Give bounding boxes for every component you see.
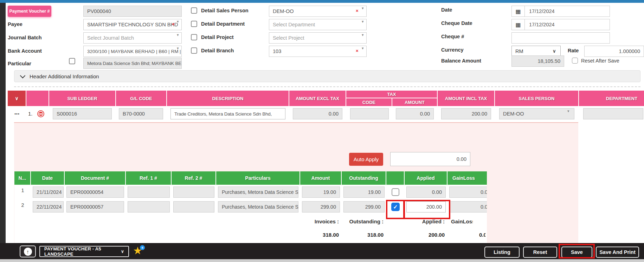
gainloss-cell: 0.00 [449, 186, 487, 198]
gainloss-header: GainLoss [447, 171, 487, 185]
upload-button[interactable]: ↑ [20, 245, 36, 257]
cheque-date-input-group[interactable]: ▦ 17/12/2024 [511, 19, 610, 30]
detail-sales-person-checkbox[interactable] [191, 7, 197, 14]
outstanding-header: Outstanding [342, 171, 386, 185]
document-cell: EPR00000054 [66, 186, 124, 198]
rate-input[interactable]: 1.000000 [584, 46, 644, 57]
reset-after-save-checkbox[interactable] [572, 58, 578, 64]
auto-apply-button[interactable]: Auto Apply [349, 153, 383, 166]
bank-account-label: Bank Account [8, 48, 42, 54]
gl-code-input[interactable]: B70-0000 [119, 108, 163, 119]
collapse-all-header-cell[interactable]: ∨ [8, 91, 26, 106]
calendar-icon[interactable]: ▦ [512, 19, 525, 30]
footer-bar: ↑ PAYMENT VOUCHER - A5 LANDSCAPE ∨ ★ + L… [0, 243, 644, 259]
currency-chevron-icon[interactable]: ∨ [553, 48, 556, 54]
reset-button[interactable]: Reset [523, 247, 557, 258]
balance-amount-label: Balance Amount [441, 58, 481, 64]
detail-branch-caret-icon[interactable]: ▾ [362, 46, 364, 50]
add-favorite-badge-icon[interactable]: + [140, 245, 145, 250]
applied-input[interactable]: 0.00 [406, 186, 446, 198]
save-and-print-button[interactable]: Save And Print [596, 247, 639, 258]
applied-input[interactable]: 200.00 [406, 201, 446, 212]
applied-total-label: Applied : [405, 218, 445, 224]
sales-person-header: SALES PERSON [495, 91, 579, 106]
apply-row-checkbox[interactable] [392, 188, 399, 196]
detail-project-checkbox[interactable] [191, 34, 197, 40]
department-input[interactable] [583, 108, 643, 119]
particular-checkbox[interactable] [69, 58, 75, 64]
ref1-cell [128, 201, 170, 212]
sales-person-select[interactable]: DEM-OO [499, 108, 574, 119]
apply-row-checkbox[interactable]: ✓ [391, 203, 400, 211]
ledger-grid: ∨ SUB LEDGER G/L CODE DESCRIPTION AMOUNT… [8, 91, 644, 122]
reset-after-save-label: Reset After Save [581, 58, 619, 64]
tax-amount-header: AMOUNT [392, 98, 438, 106]
detail-project-caret-icon[interactable]: ▾ [362, 33, 364, 37]
detail-branch-select[interactable]: 103 [269, 46, 367, 57]
bank-account-caret-icon[interactable]: ▾ [177, 46, 179, 50]
gainloss-total-label: GainLoss : [451, 218, 473, 224]
description-input[interactable]: Trade Creditors, Metora Data Science Sdn… [170, 108, 285, 119]
row-actions-header-cell [26, 91, 49, 106]
payee-caret-icon[interactable]: ▾ [177, 20, 179, 24]
date-input-group[interactable]: ▦ 17/12/2024 [511, 6, 610, 17]
amount-incl-tax-input[interactable]: 200.00 [441, 108, 491, 119]
header-additional-information-label: Header Additional Information [30, 73, 99, 79]
ref1-cell [128, 186, 170, 198]
detail-department-select[interactable]: Select Department [269, 19, 367, 30]
save-button[interactable]: Save [561, 247, 592, 258]
bank-account-select[interactable]: 3200/100 | MAYBANK BERHAD | B60 | RM | B… [83, 46, 182, 57]
dotted-divider [14, 86, 640, 87]
report-template-select[interactable]: PAYMENT VOUCHER - A5 LANDSCAPE ∨ [39, 246, 129, 257]
amount-header: Amount [300, 171, 342, 185]
tax-code-input[interactable] [350, 108, 389, 119]
row-menu-button[interactable]: ••• [8, 108, 26, 119]
journal-batch-select[interactable]: Select Journal Batch [83, 32, 182, 44]
amount-incl-tax-header: AMOUNT INCL TAX [438, 91, 495, 106]
delete-row-icon[interactable] [37, 110, 44, 117]
particulars-cell: Purchases, Metora Data Science Sd [218, 186, 298, 198]
chevron-down-icon [20, 73, 26, 78]
sub-ledger-input[interactable]: S000016 [53, 108, 112, 119]
detail-project-select[interactable]: Select Project [269, 32, 367, 44]
detail-branch-clear-icon[interactable]: × [356, 48, 359, 53]
ref1-header: Ref. 1 # [126, 171, 172, 185]
detail-sales-person-label: Detail Sales Person [201, 8, 249, 13]
date-header: Date [31, 171, 65, 185]
amount-excl-tax-header: AMOUNT EXCL TAX [289, 91, 346, 106]
calendar-icon[interactable]: ▦ [512, 6, 525, 17]
header-additional-information-panel[interactable]: Header Additional Information [14, 70, 640, 82]
payment-voucher-input[interactable]: PV000040 [83, 6, 182, 17]
outstanding-cell: 299.00 [343, 201, 385, 212]
detail-branch-checkbox[interactable] [191, 47, 197, 54]
payment-voucher-page: Payment Voucher # PV000040 Payee SMARTSH… [0, 0, 644, 262]
detail-sales-person-select[interactable]: DEM-OO [269, 6, 367, 17]
payment-voucher-button[interactable]: Payment Voucher # [8, 6, 51, 17]
document-cell: EPR00000057 [66, 201, 124, 212]
cheque-number-input[interactable] [511, 32, 610, 44]
rate-label: Rate [568, 48, 579, 53]
ref2-cell [173, 186, 214, 198]
sales-person-caret-icon[interactable]: ▾ [567, 109, 569, 113]
horizontal-scrollbar[interactable] [0, 259, 644, 262]
particular-input[interactable]: Metora Data Science Sdn Bhd; MAYBANK BER… [83, 58, 182, 69]
listing-button[interactable]: Listing [484, 247, 520, 258]
detail-sales-person-caret-icon[interactable]: ▾ [362, 6, 364, 10]
auto-apply-amount-input[interactable]: 0.00 [390, 152, 470, 166]
amount-cell: 19.00 [302, 186, 340, 198]
report-select-chevron-icon: ∨ [121, 249, 124, 254]
date-value: 17/12/2024 [525, 8, 555, 14]
tax-amount-input[interactable]: 0.00 [396, 108, 434, 119]
left-rail [0, 3, 6, 243]
payee-clear-icon[interactable]: × [172, 22, 175, 26]
detail-sales-person-clear-icon[interactable]: × [356, 8, 359, 13]
payee-select[interactable]: SMARTSHIP TECHNOLOGY SDN BHD [83, 19, 182, 30]
detail-department-checkbox[interactable] [191, 21, 197, 27]
detail-department-caret-icon[interactable]: ▾ [362, 20, 364, 24]
journal-batch-caret-icon[interactable]: ▾ [177, 33, 179, 37]
amount-excl-tax-input[interactable]: 0.00 [293, 108, 342, 119]
row-number: 1 [14, 185, 31, 199]
description-header: DESCRIPTION [167, 91, 289, 106]
n-header: N... [14, 171, 31, 185]
document-header: Document # [65, 171, 126, 185]
